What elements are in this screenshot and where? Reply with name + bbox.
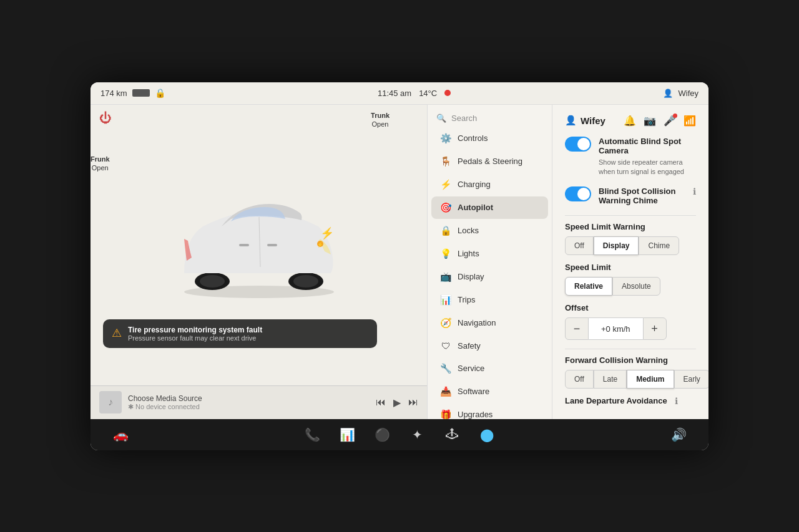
blind-spot-chime-toggle[interactable]	[565, 186, 591, 201]
profile-icon: 👤	[565, 115, 577, 126]
status-right: 👤 Wifey	[663, 89, 699, 98]
svg-rect-6	[239, 244, 249, 246]
lane-departure-row: Lane Departure Avoidance ℹ	[565, 396, 696, 406]
alert-box[interactable]: ⚠ Tire pressure monitoring system fault …	[103, 319, 377, 348]
alert-icon: ⚠	[112, 326, 122, 340]
taskbar-phone-icon[interactable]: 📞	[301, 423, 323, 446]
blind-spot-chime-label: Blind Spot Collision Warning Chime	[599, 186, 685, 205]
alert-title: Tire pressure monitoring system fault	[128, 326, 262, 334]
menu-item-trips[interactable]: 📊 Trips	[431, 289, 548, 311]
menu-item-charging[interactable]: ⚡ Charging	[431, 173, 548, 196]
taskbar-media-icon[interactable]: 📊	[336, 423, 358, 446]
blind-spot-camera-row: Automatic Blind Spot Camera	[565, 137, 696, 155]
trunk-callout: Trunk Open	[371, 111, 390, 129]
prev-track-button[interactable]: ⏮	[376, 397, 386, 408]
media-controls: ⏮ ▶ ⏭	[376, 397, 418, 409]
software-icon: 📥	[440, 386, 451, 397]
next-track-button[interactable]: ⏭	[408, 397, 418, 408]
divider-2	[565, 349, 696, 349]
main-content: ⏻ Trunk Open Frunk Open	[91, 105, 708, 419]
media-player: ♪ Choose Media Source ✱ No device connec…	[91, 385, 427, 419]
locks-label: Locks	[458, 226, 479, 235]
menu-item-upgrades[interactable]: 🎁 Upgrades	[431, 404, 548, 419]
header-icons: 🔔 📷 🎤 📶	[624, 115, 696, 127]
taskbar-apps-icon[interactable]: ⚫	[371, 423, 393, 446]
fcw-early[interactable]: Early	[674, 370, 709, 389]
controls-label: Controls	[458, 133, 488, 143]
menu-item-controls[interactable]: ⚙️ Controls	[431, 127, 548, 150]
menu-item-autopilot[interactable]: 🎯 Autopilot	[431, 196, 548, 219]
lane-departure-label: Lane Departure Avoidance	[565, 396, 667, 405]
profile-section: 👤 Wifey	[565, 115, 605, 126]
menu-item-software[interactable]: 📥 Software	[431, 380, 548, 403]
trunk-status: Open	[371, 120, 390, 128]
menu-item-navigation[interactable]: 🧭 Navigation	[431, 312, 548, 334]
taskbar-car-icon[interactable]: 🚗	[109, 423, 132, 446]
menu-item-locks[interactable]: 🔒 Locks	[431, 220, 548, 242]
blind-spot-chime-row: Blind Spot Collision Warning Chime ℹ	[565, 186, 696, 205]
alarm-icon: 🔔	[624, 115, 636, 127]
speed-limit-warning-off[interactable]: Off	[565, 236, 594, 255]
charging-icon: ⚡	[440, 179, 451, 190]
fcw-medium[interactable]: Medium	[627, 370, 674, 389]
profile-name-text: Wifey	[581, 115, 605, 126]
svg-point-4	[293, 275, 318, 288]
frunk-callout: Frunk Open	[91, 155, 110, 173]
play-pause-button[interactable]: ▶	[393, 397, 401, 409]
offset-value: +0 km/h	[589, 317, 643, 340]
offset-decrement-button[interactable]: −	[565, 317, 589, 340]
pedals-label: Pedals & Steering	[458, 157, 522, 166]
menu-item-lights[interactable]: 💡 Lights	[431, 243, 548, 265]
speed-limit-relative[interactable]: Relative	[565, 277, 612, 296]
chime-info-icon[interactable]: ℹ	[693, 186, 696, 196]
microphone-section: 🎤	[664, 115, 676, 127]
svg-rect-7	[267, 244, 277, 246]
menu-item-pedals[interactable]: 🪑 Pedals & Steering	[431, 150, 548, 173]
frunk-status: Open	[91, 163, 110, 172]
fcw-off[interactable]: Off	[565, 370, 594, 389]
offset-heading: Offset	[565, 303, 696, 312]
car-image: ⚡ ⚡	[165, 177, 353, 314]
service-icon: 🔧	[440, 363, 451, 374]
media-info: Choose Media Source ✱ No device connecte…	[128, 394, 370, 411]
menu-item-safety[interactable]: 🛡 Safety	[431, 335, 548, 357]
upgrades-label: Upgrades	[458, 410, 493, 419]
center-menu: 🔍 Search ⚙️ Controls 🪑 Pedals & Steering…	[428, 105, 552, 419]
speed-limit-warning-display[interactable]: Display	[594, 236, 639, 255]
speed-limit-absolute[interactable]: Absolute	[612, 277, 660, 296]
offset-increment-button[interactable]: +	[643, 317, 667, 340]
status-left: 174 km 🔒	[100, 88, 165, 98]
charging-label: Charging	[458, 180, 491, 189]
autopilot-label: Autopilot	[458, 203, 493, 212]
fcw-late[interactable]: Late	[594, 370, 627, 389]
mic-active-dot	[673, 114, 677, 118]
forward-collision-group: Off Late Medium Early	[565, 370, 696, 389]
lane-departure-info-icon[interactable]: ℹ	[675, 396, 678, 406]
taskbar-center: 📞 📊 ⚫ ✦ 🕹 ⬤	[301, 423, 498, 446]
taskbar-bluetooth-icon[interactable]: ⬤	[476, 423, 498, 446]
taskbar-games-icon[interactable]: 🕹	[441, 423, 463, 446]
blind-spot-camera-desc: Show side repeater camera when turn sign…	[599, 158, 696, 177]
media-title: Choose Media Source	[128, 394, 370, 403]
taskbar-volume-icon[interactable]: 🔊	[667, 423, 690, 446]
trips-label: Trips	[458, 295, 475, 304]
taskbar-entertainment-icon[interactable]: ✦	[406, 423, 428, 446]
navigation-label: Navigation	[458, 318, 496, 327]
search-label: Search	[451, 114, 477, 123]
status-bar: 174 km 🔒 11:45 am 14°C 👤 Wifey	[91, 82, 708, 105]
menu-item-service[interactable]: 🔧 Service	[431, 357, 548, 380]
taskbar-right: 🔊	[667, 423, 690, 446]
taskbar: 🚗 📞 📊 ⚫ ✦ 🕹 ⬤ 🔊	[91, 419, 708, 450]
speed-limit-heading: Speed Limit	[565, 263, 696, 272]
speed-limit-warning-chime[interactable]: Chime	[639, 236, 679, 255]
car-container: Trunk Open Frunk Open	[91, 105, 427, 385]
search-icon: 🔍	[436, 114, 446, 123]
blind-spot-camera-toggle[interactable]	[565, 137, 591, 152]
svg-point-2	[200, 275, 225, 288]
search-row[interactable]: 🔍 Search	[428, 110, 552, 127]
camera-icon: 📷	[644, 115, 656, 127]
menu-item-display[interactable]: 📺 Display	[431, 266, 548, 288]
battery-bar	[132, 89, 150, 97]
alert-text: Tire pressure monitoring system fault Pr…	[128, 326, 262, 342]
controls-icon: ⚙️	[440, 133, 451, 144]
